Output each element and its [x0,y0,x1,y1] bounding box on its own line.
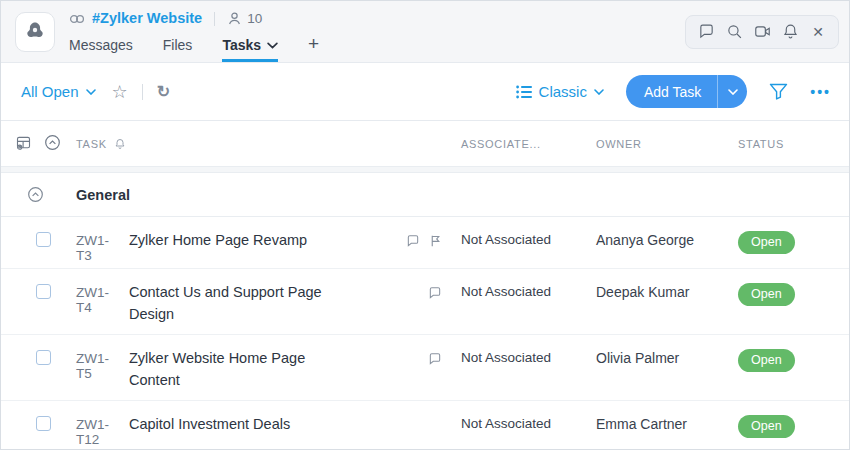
filter-icon[interactable] [769,83,788,100]
channel-avatar-icon [23,18,47,46]
list-view-icon [516,85,532,99]
task-associated: Not Associated [455,350,592,365]
section-row: General [1,173,849,217]
chevron-down-icon [86,89,96,95]
tab-messages[interactable]: Messages [69,37,133,62]
more-options-icon[interactable]: ••• [810,84,831,100]
task-checkbox[interactable] [36,284,51,299]
search-icon[interactable] [723,22,745,42]
comment-count-icon[interactable] [428,286,442,300]
channel-link-icon [69,14,85,24]
reminder-bell-icon [114,138,126,150]
chevron-down-icon [594,89,604,95]
comment-count-icon[interactable] [428,352,442,366]
task-title[interactable]: Capitol Investment Deals [121,413,397,435]
task-id: ZW1-T12 [65,416,121,447]
section-title: General [65,187,455,203]
flag-icon [429,234,442,248]
task-owner: Olivia Palmer [592,350,732,366]
comment-icon[interactable] [695,22,717,42]
collapse-all-icon[interactable] [44,134,61,153]
star-icon[interactable]: ☆ [112,83,128,101]
add-task-button[interactable]: Add Task [626,75,717,108]
collapse-section-icon[interactable] [1,186,65,203]
column-task: TASK [76,138,107,150]
task-row[interactable]: ZW1-T4 Contact Us and Support Page Desig… [1,269,849,335]
status-badge[interactable]: Open [738,415,795,438]
task-checkbox[interactable] [36,232,51,247]
status-badge[interactable]: Open [738,283,795,306]
chevron-down-icon [728,89,738,95]
task-row[interactable]: ZW1-T5 Zylker Website Home Page Content … [1,335,849,401]
channel-info: #Zylker Website 10 Messages Files Tasks … [69,1,685,62]
task-associated: Not Associated [455,284,592,299]
task-title[interactable]: Zylker Website Home Page Content [121,347,397,392]
task-associated: Not Associated [455,232,592,247]
chevron-down-icon [267,42,278,49]
column-associated: ASSOCIATE... [455,138,592,150]
new-tab-button[interactable]: + [308,33,319,62]
tab-files[interactable]: Files [163,37,193,62]
task-title[interactable]: Zylker Home Page Revamp [121,229,397,251]
task-owner: Ananya George [592,232,732,248]
refresh-icon[interactable]: ↻ [157,84,170,100]
task-id: ZW1-T3 [65,232,121,263]
status-badge[interactable]: Open [738,231,795,254]
channel-avatar[interactable] [15,12,55,52]
table-settings-icon[interactable] [15,135,32,153]
video-icon[interactable] [751,22,773,42]
filter-dropdown[interactable]: All Open [21,83,96,100]
members-icon [227,11,242,26]
task-title[interactable]: Contact Us and Support Page Design [121,281,397,326]
add-task-menu-button[interactable] [717,75,747,108]
task-id: ZW1-T5 [65,350,121,381]
task-owner: Deepak Kumar [592,284,732,300]
tasks-panel: #Zylker Website 10 Messages Files Tasks … [0,0,850,450]
column-owner: OWNER [592,138,732,150]
task-row[interactable]: ZW1-T12 Capitol Investment Deals Not Ass… [1,401,849,449]
header-actions: ✕ [685,15,839,49]
comment-count-icon[interactable] [406,234,420,248]
task-owner: Emma Cartner [592,416,732,432]
add-task-split-button: Add Task [626,75,747,108]
task-checkbox[interactable] [36,350,51,365]
tab-tasks[interactable]: Tasks [222,37,278,62]
table-header: TASK ASSOCIATE... OWNER STATUS [1,121,849,167]
task-associated: Not Associated [455,416,592,431]
view-dropdown[interactable]: Classic [516,83,604,100]
channel-name: #Zylker Website [92,11,202,26]
task-id: ZW1-T4 [65,284,121,315]
status-badge[interactable]: Open [738,349,795,372]
column-status: STATUS [732,138,850,150]
divider [142,84,143,100]
tasks-toolbar: All Open ☆ ↻ Classic Add Task •• [1,63,849,121]
bell-icon[interactable] [779,22,801,42]
close-icon[interactable]: ✕ [807,22,829,42]
channel-tabs: Messages Files Tasks + [69,33,685,62]
divider [214,12,215,26]
member-count[interactable]: 10 [227,11,262,26]
task-checkbox[interactable] [36,416,51,431]
task-row[interactable]: ZW1-T3 Zylker Home Page Revamp Not Assoc… [1,217,849,269]
channel-header: #Zylker Website 10 Messages Files Tasks … [1,1,849,63]
